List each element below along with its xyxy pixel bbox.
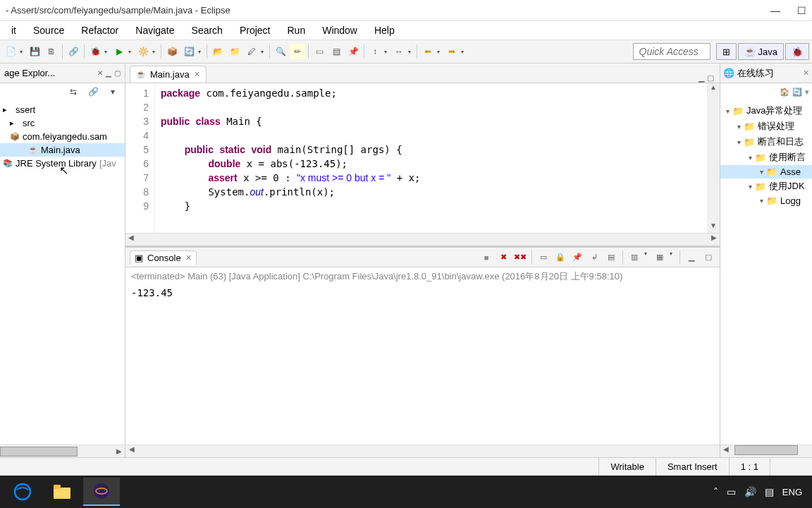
scroll-right-icon[interactable]: ▶ — [708, 234, 720, 246]
minimize-icon[interactable]: ▁ — [699, 73, 704, 83]
right-horizontal-scrollbar[interactable]: ◀ — [720, 445, 812, 457]
tree-item[interactable]: 📦com.feiyangedu.sam — [0, 130, 125, 143]
scroll-right-icon[interactable]: ▶ — [113, 447, 125, 455]
horizontal-scrollbar[interactable]: ▶ — [0, 445, 125, 457]
scroll-left-icon[interactable]: ◀ — [720, 445, 732, 457]
menu-it[interactable]: it — [3, 23, 25, 37]
scroll-lock-icon[interactable]: 🔒 — [553, 250, 567, 265]
clear-icon[interactable]: ▭ — [536, 250, 550, 265]
editor-horizontal-scrollbar[interactable]: ◀ ▶ — [125, 233, 720, 246]
console-output[interactable]: -123.45 — [125, 286, 720, 445]
scrollbar-thumb[interactable] — [734, 445, 798, 455]
scroll-down-icon[interactable]: ▼ — [707, 222, 720, 233]
taskbar-edge[interactable] — [4, 478, 41, 506]
close-icon[interactable]: ✕ — [803, 68, 809, 78]
pin-icon[interactable]: 📌 — [570, 250, 584, 265]
minimize-icon[interactable]: ▁ — [106, 69, 111, 77]
taskbar-eclipse[interactable] — [83, 478, 120, 506]
minimize-button[interactable]: — — [770, 5, 780, 16]
console-horizontal-scrollbar[interactable]: ◀ — [125, 445, 720, 457]
project-tree[interactable]: ▸ssert▸src📦com.feiyangedu.sam☕Main.java📚… — [0, 100, 125, 445]
new-package-icon[interactable]: 📦 — [164, 44, 180, 59]
dropdown-icon[interactable]: ▾ — [20, 49, 25, 55]
menu-help[interactable]: Help — [366, 23, 403, 37]
dropdown-icon[interactable]: ▾ — [152, 49, 158, 55]
scroll-up-icon[interactable]: ▲ — [707, 83, 720, 95]
display-icon[interactable]: ▥ — [627, 250, 641, 265]
menu-icon[interactable]: ▾ — [105, 84, 121, 99]
maximize-icon[interactable]: ▢ — [114, 69, 121, 77]
minimize-icon[interactable]: ▁ — [684, 250, 699, 265]
code-editor[interactable]: package com.feiyangedu.sample; public cl… — [155, 83, 707, 233]
exercise-tree[interactable]: ▾📁Java异常处理▾📁错误处理▾📁断言和日志▾📁使用断言▾📁Asse▾📁使用J… — [720, 100, 812, 445]
tree-item[interactable]: ▸ssert — [0, 103, 125, 116]
menu-refactor[interactable]: Refactor — [73, 23, 127, 37]
debug-icon[interactable]: 🐞 — [87, 44, 103, 59]
right-panel-tab[interactable]: 🌐 在线练习 ✕ — [720, 64, 812, 83]
folder-icon[interactable]: 📁 — [227, 44, 242, 59]
exercise-item[interactable]: ▾📁使用断言 — [720, 150, 812, 165]
dropdown-icon[interactable]: ▾ — [104, 49, 110, 55]
outline-icon[interactable]: ▤ — [328, 44, 344, 59]
menu-window[interactable]: Window — [314, 23, 366, 37]
console-tab[interactable]: ▣ Console ✕ — [130, 250, 197, 265]
wrap-icon[interactable]: ↲ — [587, 250, 601, 265]
open-console-icon[interactable]: ▦ — [653, 250, 667, 265]
tray-network-icon[interactable]: ▭ — [727, 486, 736, 497]
dropdown-icon[interactable]: ▾ — [670, 250, 675, 265]
exercise-item[interactable]: ▾📁Logg — [720, 194, 812, 207]
open-type-icon[interactable]: 📂 — [210, 44, 226, 59]
exercise-item[interactable]: ▾📁Java异常处理 — [720, 103, 812, 119]
search-icon[interactable]: 🔍 — [273, 44, 288, 59]
open-perspective-button[interactable]: ⊞ — [716, 43, 737, 60]
dropdown-icon[interactable]: ▾ — [408, 49, 414, 55]
tray-language[interactable]: ENG — [782, 487, 802, 497]
dropdown-icon[interactable]: ▾ — [461, 49, 467, 55]
quick-access-input[interactable] — [633, 43, 710, 60]
exercise-item[interactable]: ▾📁使用JDK — [720, 179, 812, 194]
back-icon[interactable]: ⬅ — [420, 44, 436, 59]
toggle-icon[interactable]: ▭ — [312, 44, 327, 59]
tree-item[interactable]: ▸src — [0, 116, 125, 130]
run-icon[interactable]: ▶ — [111, 44, 127, 59]
tray-volume-icon[interactable]: 🔊 — [744, 486, 756, 497]
nav-icon[interactable]: ↕ — [367, 44, 383, 59]
nav-icon[interactable]: ↔ — [391, 44, 407, 59]
tree-item[interactable]: 📚JRE System Library [Jav — [0, 157, 125, 170]
remove-all-icon[interactable]: ✖✖ — [513, 250, 527, 265]
show-console-icon[interactable]: ▤ — [604, 250, 618, 265]
scroll-left-icon[interactable]: ◀ — [125, 234, 137, 246]
dropdown-icon[interactable]: ▾ — [437, 49, 443, 55]
vertical-scrollbar[interactable]: ▲ ▼ — [707, 83, 720, 233]
terminate-icon[interactable]: ■ — [479, 250, 493, 265]
tree-item[interactable]: ☕Main.java — [0, 143, 125, 157]
menu-search[interactable]: Search — [183, 23, 231, 37]
close-icon[interactable]: ✕ — [97, 69, 103, 77]
tray-ime-icon[interactable]: ▤ — [765, 486, 774, 497]
scroll-left-icon[interactable]: ◀ — [125, 445, 138, 457]
save-icon[interactable]: 💾 — [27, 44, 42, 59]
dropdown-icon[interactable]: ▾ — [384, 49, 390, 55]
collapse-icon[interactable]: ⇆ — [66, 84, 81, 99]
dropdown-icon[interactable]: ▾ — [644, 250, 650, 265]
menu-icon[interactable]: ▾ — [805, 87, 809, 97]
refresh-icon[interactable]: 🔄 — [792, 87, 802, 97]
debug-perspective-button[interactable]: 🐞 — [785, 43, 809, 60]
forward-icon[interactable]: ➡ — [444, 44, 460, 59]
exercise-item[interactable]: ▾📁断言和日志 — [720, 134, 812, 150]
menu-navigate[interactable]: Navigate — [127, 23, 183, 37]
package-explorer-tab[interactable]: age Explor... ✕ ▁ ▢ — [0, 64, 125, 83]
maximize-button[interactable]: ☐ — [797, 5, 806, 16]
wand-icon[interactable]: 🖊 — [244, 44, 259, 59]
maximize-icon[interactable]: ▢ — [701, 250, 715, 265]
new-class-icon[interactable]: 🔄 — [181, 44, 197, 59]
menu-source[interactable]: Source — [25, 23, 73, 37]
remove-icon[interactable]: ✖ — [496, 250, 510, 265]
exercise-item[interactable]: ▾📁Asse — [720, 165, 812, 179]
exercise-item[interactable]: ▾📁错误处理 — [720, 119, 812, 134]
line-gutter[interactable]: 123456789 — [125, 83, 155, 233]
java-perspective-button[interactable]: ☕Java — [738, 43, 784, 60]
close-icon[interactable]: ✕ — [185, 253, 192, 262]
close-icon[interactable]: ✕ — [194, 70, 200, 79]
new-icon[interactable]: 📄 — [3, 44, 18, 59]
